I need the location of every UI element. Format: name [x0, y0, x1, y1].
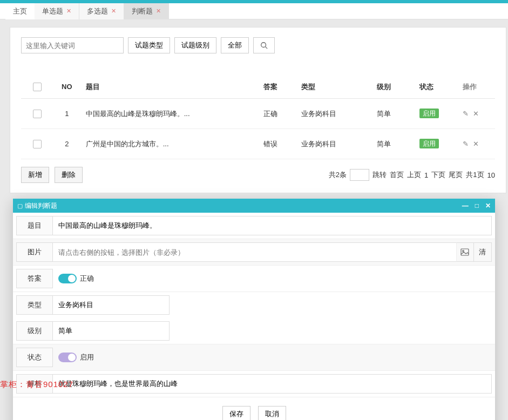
- dialog-titlebar[interactable]: ▢ 编辑判断题 — □ ✕: [13, 199, 495, 213]
- close-icon[interactable]: ✕: [485, 202, 491, 209]
- col-title-header: 题目: [80, 82, 263, 92]
- tab-multi[interactable]: 多选题✕: [79, 3, 124, 19]
- label-type: 类型: [16, 295, 53, 315]
- row-type: 业务岗科目: [301, 139, 377, 149]
- col-answer-header: 答案: [263, 82, 301, 92]
- per-page: 10: [487, 171, 495, 179]
- select-all-checkbox[interactable]: [33, 83, 42, 91]
- close-icon[interactable]: ✕: [111, 8, 116, 15]
- status-badge: 启用: [419, 139, 439, 148]
- tab-judge[interactable]: 判断题✕: [124, 3, 169, 19]
- cancel-button[interactable]: 取消: [258, 406, 286, 420]
- level-select[interactable]: [53, 321, 170, 341]
- col-status-header: 状态: [419, 82, 463, 92]
- watermark: 掌柜：青苔901027: [0, 380, 73, 390]
- title-input[interactable]: [53, 216, 492, 235]
- col-no-header: NO: [53, 83, 80, 91]
- label-status: 状态: [16, 348, 53, 367]
- label-answer: 答案: [16, 269, 53, 288]
- col-type-header: 类型: [301, 82, 377, 92]
- status-badge: 启用: [419, 109, 439, 118]
- col-level-header: 级别: [377, 82, 420, 92]
- close-icon[interactable]: ✕: [156, 8, 161, 15]
- image-icon: [460, 248, 469, 256]
- last-page-link[interactable]: 尾页: [449, 170, 463, 180]
- tab-single-label: 单选题: [42, 6, 63, 16]
- total-count: 共2条: [329, 170, 347, 180]
- image-input[interactable]: [53, 242, 456, 262]
- delete-icon[interactable]: ✕: [473, 140, 479, 148]
- content-panel: 试题类型 试题级别 全部 NO 题目 答案 类型 级别 状态 操作 1 中国最高…: [10, 27, 506, 193]
- dialog-body: 题目 图片 清 答案 正确 类型 级别: [13, 213, 495, 420]
- tab-bar: 主页 单选题✕ 多选题✕ 判断题✕: [0, 3, 508, 19]
- tab-home[interactable]: 主页: [5, 3, 35, 19]
- label-level: 级别: [16, 321, 53, 341]
- table-header: NO 题目 答案 类型 级别 状态 操作: [21, 75, 495, 99]
- row-answer: 错误: [263, 139, 301, 149]
- row-level: 简单: [377, 109, 420, 119]
- col-op-header: 操作: [463, 82, 495, 92]
- prev-page-link[interactable]: 上页: [407, 170, 421, 180]
- delete-icon[interactable]: ✕: [473, 110, 479, 118]
- delete-button[interactable]: 删除: [55, 167, 83, 183]
- svg-line-1: [266, 47, 268, 49]
- status-toggle-label: 启用: [80, 353, 94, 362]
- table-row: 2 广州是中国的北方城市。... 错误 业务岗科目 简单 启用 ✎ ✕: [21, 129, 495, 159]
- row-answer: 正确: [263, 109, 301, 119]
- tab-single[interactable]: 单选题✕: [35, 3, 79, 19]
- all-filter-button[interactable]: 全部: [221, 37, 249, 53]
- tab-home-label: 主页: [13, 6, 27, 16]
- current-page: 1: [424, 171, 428, 179]
- svg-point-3: [463, 250, 464, 252]
- answer-toggle[interactable]: [58, 274, 77, 283]
- edit-icon[interactable]: ✎: [463, 140, 469, 148]
- close-icon[interactable]: ✕: [66, 8, 71, 15]
- page-jump-input[interactable]: [350, 169, 369, 181]
- explain-input[interactable]: [53, 374, 492, 394]
- add-button[interactable]: 新增: [21, 167, 49, 183]
- answer-toggle-label: 正确: [80, 274, 94, 283]
- svg-rect-2: [461, 249, 469, 255]
- first-page-link[interactable]: 首页: [390, 170, 404, 180]
- search-icon: [260, 42, 268, 49]
- table-row: 1 中国最高的山峰是珠穆朗玛峰。... 正确 业务岗科目 简单 启用 ✎ ✕: [21, 99, 495, 129]
- search-button[interactable]: [253, 37, 275, 53]
- type-filter-button[interactable]: 试题类型: [128, 37, 170, 53]
- image-clear-button[interactable]: 清: [474, 242, 492, 262]
- label-title: 题目: [16, 216, 53, 235]
- total-pages: 共1页: [466, 170, 484, 180]
- save-button[interactable]: 保存: [222, 406, 250, 420]
- row-title: 中国最高的山峰是珠穆朗玛峰。...: [80, 109, 263, 119]
- tab-multi-label: 多选题: [87, 6, 108, 16]
- tab-judge-label: 判断题: [132, 6, 153, 16]
- label-image: 图片: [16, 242, 53, 262]
- next-page-link[interactable]: 下页: [431, 170, 445, 180]
- row-type: 业务岗科目: [301, 109, 377, 119]
- row-title: 广州是中国的北方城市。...: [80, 139, 263, 149]
- table-footer: 新增 删除 共2条 跳转 首页 上页 1 下页 尾页 共1页 10: [21, 167, 495, 183]
- image-picker-button[interactable]: [456, 242, 474, 262]
- row-checkbox[interactable]: [33, 110, 42, 118]
- window-icon: ▢: [17, 202, 23, 209]
- filter-bar: 试题类型 试题级别 全部: [21, 37, 495, 53]
- status-toggle[interactable]: [58, 353, 77, 362]
- type-select[interactable]: [53, 295, 170, 315]
- dialog-title: 编辑判断题: [25, 201, 57, 211]
- row-no: 2: [53, 140, 80, 148]
- level-filter-button[interactable]: 试题级别: [174, 37, 216, 53]
- maximize-icon[interactable]: □: [475, 202, 479, 209]
- minimize-icon[interactable]: —: [462, 202, 469, 209]
- jump-link[interactable]: 跳转: [372, 170, 387, 180]
- row-checkbox[interactable]: [33, 140, 42, 148]
- edit-dialog: ▢ 编辑判断题 — □ ✕ 题目 图片 清 答案: [13, 199, 495, 420]
- svg-point-0: [261, 43, 266, 48]
- dialog-footer: 保存 取消: [13, 397, 495, 420]
- keyword-input[interactable]: [21, 37, 124, 53]
- row-no: 1: [53, 110, 80, 118]
- row-level: 简单: [377, 139, 420, 149]
- edit-icon[interactable]: ✎: [463, 110, 469, 118]
